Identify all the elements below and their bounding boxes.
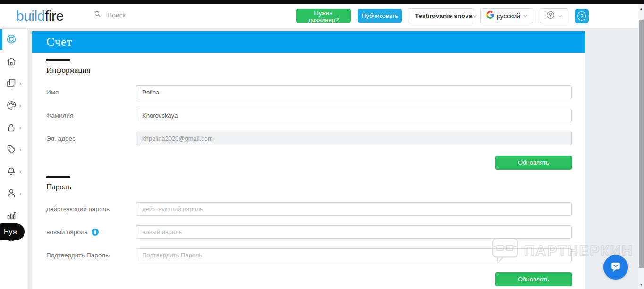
- form-row: Подтвердить Пароль: [46, 248, 572, 262]
- buildfire-logo: buildfire: [16, 8, 64, 24]
- top-black-bar: [0, 0, 644, 4]
- page-title-bar: Счет: [32, 31, 585, 53]
- logo-fire-text: fire: [45, 8, 64, 24]
- section-heading: Пароль: [46, 182, 572, 192]
- field-label: действующий пароль: [46, 205, 136, 212]
- app-selector-dropdown[interactable]: Testirovanie snova: [408, 8, 474, 23]
- section-divider: [46, 60, 70, 61]
- search-input[interactable]: [106, 11, 203, 19]
- new-password-input[interactable]: [136, 225, 572, 239]
- scroll-up-arrow-icon[interactable]: ▲: [638, 6, 644, 12]
- chat-widget-button[interactable]: [603, 255, 628, 280]
- google-icon: [486, 11, 494, 21]
- question-mark-icon: ?: [577, 11, 586, 21]
- header-actions: Нужен дизайнер? Публиковать Testirovanie…: [296, 8, 589, 23]
- form-row: Фамилия: [46, 109, 572, 122]
- profile-menu-button[interactable]: [540, 8, 568, 23]
- first-name-input[interactable]: [136, 85, 572, 99]
- button-row: Обновлять: [46, 272, 572, 286]
- bell-icon: [6, 166, 17, 177]
- field-label: Имя: [46, 89, 136, 96]
- help-button[interactable]: ?: [575, 9, 589, 23]
- password-fields: действующий парольновый парольПодтвердит…: [46, 202, 572, 262]
- lock-icon: [6, 122, 17, 133]
- language-value: русский: [497, 12, 520, 20]
- user-icon: [6, 187, 17, 199]
- language-selector-dropdown[interactable]: русский: [480, 8, 533, 23]
- publish-button[interactable]: Публиковать: [358, 9, 402, 23]
- update-info-button[interactable]: Обновлять: [495, 156, 572, 170]
- chevron-down-icon: [558, 12, 562, 20]
- chevron-right-icon: ›: [19, 102, 21, 109]
- field-label-text: Подтвердить Пароль: [46, 252, 109, 259]
- current-password-input[interactable]: [136, 202, 572, 216]
- password-section: Пароль действующий парольновый парольПод…: [46, 176, 572, 286]
- chevron-right-icon: ›: [19, 146, 21, 153]
- chevron-right-icon: ›: [19, 190, 21, 196]
- form-row: новый пароль: [46, 225, 572, 239]
- sidebar-item-home[interactable]: [0, 51, 27, 73]
- global-search: [93, 10, 203, 20]
- field-label: Подтвердить Пароль: [46, 252, 136, 259]
- sidebar-item-marketing[interactable]: ›: [0, 138, 27, 161]
- field-label: новый пароль: [46, 229, 136, 236]
- section-heading: Информация: [46, 66, 572, 75]
- sidebar-item-users[interactable]: ›: [0, 182, 27, 204]
- field-label-text: Имя: [46, 89, 59, 96]
- button-row: Обновлять: [46, 156, 572, 170]
- app-selector-value: Testirovanie snova: [415, 12, 472, 19]
- info-section: Информация ИмяФамилияЭл. адрес Обновлять: [46, 60, 572, 170]
- chevron-right-icon: ›: [19, 124, 21, 130]
- last-name-input[interactable]: [136, 109, 572, 122]
- page-body: Информация ИмяФамилияЭл. адрес Обновлять…: [32, 53, 585, 286]
- sidebar-item-security[interactable]: ›: [0, 116, 27, 138]
- page-title: Счет: [32, 31, 585, 53]
- email-input: [136, 132, 572, 145]
- sidebar-item-dashboard[interactable]: [0, 28, 27, 51]
- home-icon: [6, 56, 17, 67]
- section-divider: [46, 176, 70, 178]
- chevron-right-icon: ›: [19, 80, 21, 86]
- help-tab[interactable]: Нуж: [0, 223, 25, 240]
- need-designer-button[interactable]: Нужен дизайнер?: [296, 9, 351, 23]
- account-page: Счет Информация ИмяФамилияЭл. адрес Обно…: [32, 31, 585, 289]
- info-fields: ИмяФамилияЭл. адрес: [46, 85, 572, 145]
- field-label-text: действующий пароль: [46, 205, 110, 212]
- field-label: Фамилия: [46, 112, 136, 119]
- life-ring-icon: [6, 34, 17, 45]
- form-row: Эл. адрес: [46, 132, 572, 145]
- chevron-down-icon: [472, 12, 477, 20]
- bar-chart-icon: [6, 210, 17, 221]
- user-circle-icon: [545, 10, 556, 22]
- sidebar-item-notifications[interactable]: ›: [0, 161, 27, 183]
- sidebar: ›››››››: [0, 28, 27, 289]
- palette-icon: [6, 100, 17, 111]
- sidebar-item-pages[interactable]: ›: [0, 72, 27, 94]
- tag-icon: [6, 144, 17, 155]
- field-label-text: Фамилия: [46, 112, 73, 119]
- pages-icon: [6, 77, 17, 89]
- logo-build-text: build: [16, 8, 45, 24]
- info-icon[interactable]: [92, 229, 99, 236]
- scroll-down-arrow-icon[interactable]: ▼: [638, 281, 644, 288]
- vertical-scrollbar[interactable]: ▲ ▼: [638, 4, 644, 289]
- field-label: Эл. адрес: [46, 135, 136, 142]
- scrollbar-thumb[interactable]: [639, 20, 644, 268]
- app-header: buildfire Нужен дизайнер? Публиковать Te…: [0, 4, 638, 29]
- search-icon: [93, 10, 102, 20]
- field-label-text: Эл. адрес: [46, 135, 76, 142]
- app-window: buildfire Нужен дизайнер? Публиковать Te…: [0, 0, 644, 289]
- form-row: Имя: [46, 85, 572, 99]
- chevron-down-icon: [523, 12, 528, 20]
- field-label-text: новый пароль: [46, 229, 88, 236]
- form-row: действующий пароль: [46, 202, 572, 216]
- update-password-button[interactable]: Обновлять: [495, 272, 572, 286]
- confirm-password-input[interactable]: [136, 248, 572, 262]
- chat-bubble-icon: [609, 260, 622, 275]
- chevron-right-icon: ›: [19, 168, 21, 174]
- sidebar-item-design[interactable]: ›: [0, 94, 27, 117]
